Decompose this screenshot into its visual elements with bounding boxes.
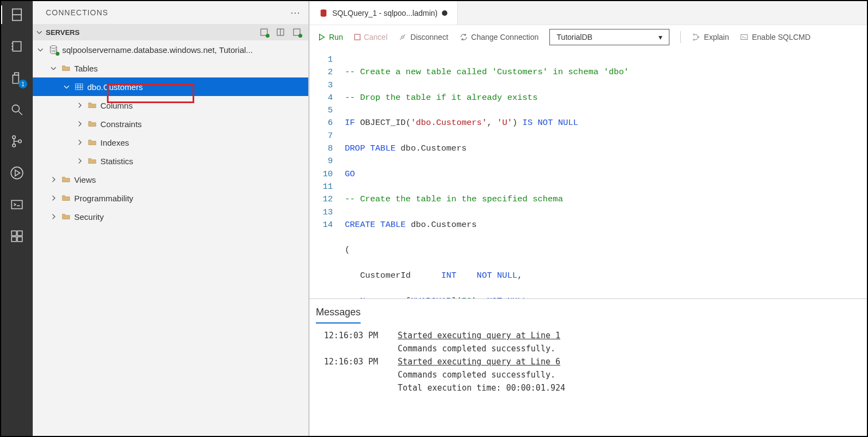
constraints-node[interactable]: Constraints	[33, 115, 308, 133]
programmability-node[interactable]: Programmability	[33, 189, 308, 207]
statistics-node[interactable]: Statistics	[33, 152, 308, 170]
source-control-activity-icon[interactable]	[8, 132, 26, 151]
cancel-button[interactable]: Cancel	[354, 33, 388, 41]
servers-section-header[interactable]: SERVERS	[33, 24, 308, 40]
chevron-down-icon	[36, 45, 45, 54]
folder-icon	[87, 100, 97, 110]
programmability-label: Programmability	[74, 194, 133, 203]
folder-icon	[87, 119, 97, 129]
sidebar-more-icon[interactable]: ⋯	[290, 7, 301, 19]
svg-point-22	[50, 46, 57, 49]
svg-point-8	[13, 136, 15, 139]
servers-activity-icon[interactable]	[8, 5, 26, 24]
enable-sqlcmd-button[interactable]: Enable SQLCMD	[740, 33, 810, 41]
tab-title: SQLQuery_1 - sqlpoo...ladmin)	[332, 9, 438, 17]
sidebar-title: CONNECTIONS	[46, 8, 108, 17]
explorer-activity-icon[interactable]: 1	[8, 69, 26, 87]
database-server-icon: sql	[48, 44, 59, 55]
server-node[interactable]: sql sqlpoolservername.database.windows.n…	[33, 40, 308, 59]
chevron-right-icon	[49, 194, 58, 202]
folder-icon	[61, 63, 71, 73]
disconnect-button[interactable]: Disconnect	[398, 33, 448, 41]
chevron-right-icon	[75, 157, 84, 165]
chevron-right-icon	[75, 119, 84, 128]
notebook-activity-icon[interactable]	[8, 37, 26, 56]
svg-point-32	[693, 39, 695, 40]
columns-label: Columns	[100, 101, 133, 110]
dirty-indicator-icon	[442, 10, 447, 16]
table-icon	[74, 82, 84, 92]
constraints-label: Constraints	[100, 119, 142, 129]
servers-label: SERVERS	[46, 28, 80, 37]
chevron-right-icon	[49, 175, 58, 184]
database-select-value: TutorialDB	[556, 33, 592, 41]
customers-label: dbo.Customers	[87, 82, 143, 92]
svg-marker-11	[15, 170, 20, 176]
sqlcmd-label: Enable SQLCMD	[752, 33, 810, 41]
code-content[interactable]: -- Create a new table called 'Customers'…	[339, 49, 867, 298]
svg-point-10	[19, 140, 21, 142]
svg-point-31	[693, 34, 695, 35]
indexes-node[interactable]: Indexes	[33, 133, 308, 152]
search-activity-icon[interactable]	[8, 100, 26, 119]
chevron-down-icon: ▾	[659, 33, 662, 41]
run-label: Run	[329, 33, 343, 41]
svg-rect-2	[13, 41, 21, 51]
change-connection-button[interactable]: Change Connection	[459, 33, 539, 41]
messages-tab[interactable]: Messages	[316, 304, 361, 324]
message-text: Commands completed successfully.	[398, 342, 860, 355]
editor-toolbar: Run Cancel Disconnect Change Connection …	[309, 25, 867, 49]
folder-icon	[87, 156, 97, 166]
new-group-icon[interactable]	[276, 27, 285, 37]
svg-rect-24	[75, 84, 83, 90]
views-label: Views	[74, 175, 96, 184]
debug-activity-icon[interactable]	[8, 164, 26, 182]
svg-rect-17	[17, 231, 22, 236]
extensions-activity-icon[interactable]	[8, 227, 26, 246]
svg-rect-14	[11, 231, 16, 236]
explorer-badge: 1	[19, 80, 27, 88]
svg-rect-34	[741, 34, 747, 39]
folder-icon	[61, 175, 71, 184]
svg-rect-15	[11, 237, 16, 242]
new-connection-icon[interactable]	[259, 27, 269, 37]
messages-body: 12:16:03 PMStarted executing query at Li…	[316, 329, 860, 394]
tab-sqlquery1[interactable]: SQLQuery_1 - sqlpoo...ladmin)	[309, 1, 458, 25]
server-tree: sql sqlpoolservername.database.windows.n…	[33, 40, 308, 226]
database-icon	[319, 9, 328, 17]
svg-point-12	[11, 167, 23, 179]
disconnect-label: Disconnect	[410, 33, 448, 41]
terminal-activity-icon[interactable]	[8, 195, 26, 214]
svg-rect-21	[294, 29, 300, 35]
explain-label: Explain	[704, 33, 729, 41]
activity-bar: 1	[1, 1, 33, 436]
statistics-label: Statistics	[100, 157, 133, 166]
security-node[interactable]: Security	[33, 207, 308, 226]
message-link[interactable]: Started executing query at Line 1	[398, 331, 560, 340]
new-query-icon[interactable]	[292, 27, 302, 37]
chevron-right-icon	[75, 101, 84, 110]
explain-button[interactable]: Explain	[692, 33, 729, 41]
chevron-down-icon	[35, 28, 44, 37]
svg-point-9	[13, 144, 15, 147]
tables-label: Tables	[74, 64, 98, 73]
chevron-right-icon	[49, 212, 58, 221]
server-label: sqlpoolservername.database.windows.net, …	[62, 45, 253, 55]
code-editor[interactable]: 123 456 789 101112 1314 -- Create a new …	[309, 49, 867, 298]
message-link[interactable]: Started executing query at Line 6	[398, 357, 560, 367]
views-node[interactable]: Views	[33, 170, 308, 189]
customers-table-node[interactable]: dbo.Customers	[33, 77, 308, 96]
svg-rect-16	[17, 237, 22, 242]
folder-icon	[61, 193, 71, 203]
tab-bar: SQLQuery_1 - sqlpoo...ladmin)	[309, 1, 867, 25]
columns-node[interactable]: Columns	[33, 96, 308, 115]
run-button[interactable]: Run	[318, 33, 343, 41]
indexes-label: Indexes	[100, 138, 129, 147]
tables-node[interactable]: Tables	[33, 59, 308, 77]
database-select[interactable]: TutorialDB ▾	[549, 29, 669, 45]
security-label: Security	[74, 212, 104, 222]
line-gutter: 123 456 789 101112 1314	[309, 49, 339, 298]
message-text: Total execution time: 00:00:01.924	[398, 381, 860, 394]
connections-sidebar: CONNECTIONS ⋯ SERVERS sql sqlpoolservern…	[33, 1, 309, 436]
folder-icon	[87, 137, 97, 147]
